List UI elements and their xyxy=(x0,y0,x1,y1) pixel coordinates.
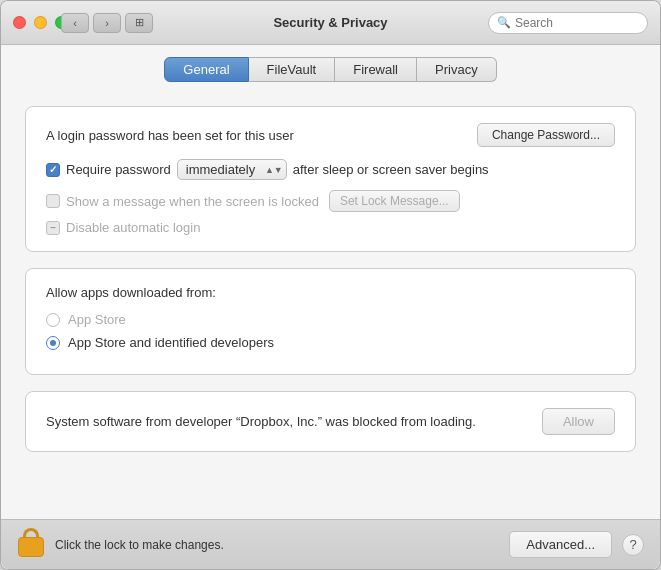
bottom-bar: Click the lock to make changes. Advanced… xyxy=(1,519,660,569)
login-header: A login password has been set for this u… xyxy=(46,123,615,147)
show-message-label: Show a message when the screen is locked xyxy=(66,194,319,209)
lock-icon xyxy=(17,528,45,562)
grid-button[interactable]: ⊞ xyxy=(125,13,153,33)
allow-apps-section: Allow apps downloaded from: App Store Ap… xyxy=(25,268,636,375)
disable-autologin-row: Disable automatic login xyxy=(46,220,615,235)
close-button[interactable] xyxy=(13,16,26,29)
app-store-identified-label: App Store and identified developers xyxy=(68,335,274,350)
require-password-row: Require password immediately ▲▼ after sl… xyxy=(46,159,615,180)
content-area: General FileVault Firewall Privacy A log… xyxy=(1,45,660,519)
window-title: Security & Privacy xyxy=(273,15,387,30)
minimize-button[interactable] xyxy=(34,16,47,29)
advanced-button[interactable]: Advanced... xyxy=(509,531,612,558)
main-panel: A login password has been set for this u… xyxy=(1,90,660,519)
nav-buttons: ‹ › xyxy=(61,13,121,33)
app-store-radio-row: App Store xyxy=(46,312,615,327)
app-store-label: App Store xyxy=(68,312,126,327)
forward-button[interactable]: › xyxy=(93,13,121,33)
allow-button[interactable]: Allow xyxy=(542,408,615,435)
tabs-bar: General FileVault Firewall Privacy xyxy=(1,45,660,90)
traffic-lights xyxy=(13,16,68,29)
require-password-checkbox[interactable] xyxy=(46,163,60,177)
show-message-checkbox[interactable] xyxy=(46,194,60,208)
search-box[interactable]: 🔍 xyxy=(488,12,648,34)
login-password-section: A login password has been set for this u… xyxy=(25,106,636,252)
search-input[interactable] xyxy=(515,16,639,30)
titlebar: ‹ › ⊞ Security & Privacy 🔍 xyxy=(1,1,660,45)
blocked-text: System software from developer “Dropbox,… xyxy=(46,412,526,432)
back-button[interactable]: ‹ xyxy=(61,13,89,33)
show-message-row: Show a message when the screen is locked… xyxy=(46,190,615,212)
app-store-radio[interactable] xyxy=(46,313,60,327)
login-password-text: A login password has been set for this u… xyxy=(46,128,294,143)
app-store-identified-radio-row: App Store and identified developers xyxy=(46,335,615,350)
search-icon: 🔍 xyxy=(497,16,511,29)
lock-text: Click the lock to make changes. xyxy=(55,538,224,552)
main-window: ‹ › ⊞ Security & Privacy 🔍 General FileV… xyxy=(0,0,661,570)
bottom-right: Advanced... ? xyxy=(509,531,644,558)
help-button[interactable]: ? xyxy=(622,534,644,556)
after-sleep-text: after sleep or screen saver begins xyxy=(293,162,489,177)
allow-apps-label: Allow apps downloaded from: xyxy=(46,285,615,300)
require-password-label: Require password xyxy=(66,162,171,177)
blocked-software-section: System software from developer “Dropbox,… xyxy=(25,391,636,452)
immediately-dropdown-wrapper: immediately ▲▼ xyxy=(177,159,287,180)
immediately-dropdown[interactable]: immediately xyxy=(177,159,287,180)
set-lock-message-button[interactable]: Set Lock Message... xyxy=(329,190,460,212)
tab-privacy[interactable]: Privacy xyxy=(417,57,497,82)
disable-autologin-checkbox[interactable] xyxy=(46,221,60,235)
tab-general[interactable]: General xyxy=(164,57,248,82)
tab-filevault[interactable]: FileVault xyxy=(249,57,336,82)
tab-firewall[interactable]: Firewall xyxy=(335,57,417,82)
lock-area[interactable]: Click the lock to make changes. xyxy=(17,528,224,562)
disable-autologin-label: Disable automatic login xyxy=(66,220,200,235)
change-password-button[interactable]: Change Password... xyxy=(477,123,615,147)
app-store-identified-radio[interactable] xyxy=(46,336,60,350)
lock-body xyxy=(18,537,44,557)
